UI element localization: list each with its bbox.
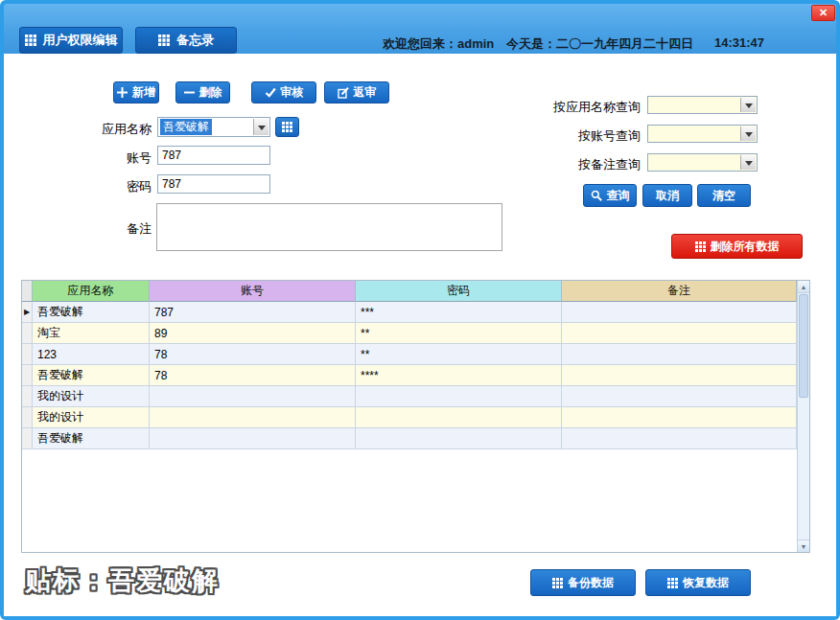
cell-password[interactable]: *** bbox=[356, 302, 562, 323]
scrollbar-thumb[interactable] bbox=[799, 294, 808, 398]
return-audit-button[interactable]: 返审 bbox=[324, 81, 389, 103]
chevron-down-icon[interactable] bbox=[253, 119, 268, 135]
cell-remarks[interactable] bbox=[562, 323, 797, 344]
cell-app-name[interactable]: 我的设计 bbox=[33, 407, 150, 428]
header-password[interactable]: 密码 bbox=[356, 281, 562, 302]
search-button[interactable]: 查询 bbox=[583, 184, 637, 207]
cell-account[interactable] bbox=[150, 386, 356, 407]
account-input[interactable] bbox=[157, 146, 270, 165]
cell-app-name[interactable]: 吾爱破解 bbox=[33, 428, 150, 449]
cell-password[interactable]: ** bbox=[356, 323, 562, 344]
cell-remarks[interactable] bbox=[562, 302, 797, 323]
password-input[interactable] bbox=[157, 174, 270, 194]
cell-remarks[interactable] bbox=[562, 344, 797, 365]
grid-icon bbox=[667, 578, 678, 588]
cancel-button[interactable]: 取消 bbox=[642, 184, 692, 207]
table-row[interactable]: 淘宝 89 ** bbox=[22, 323, 797, 344]
row-selector[interactable] bbox=[22, 365, 33, 386]
table-row[interactable]: 吾爱破解 bbox=[22, 428, 797, 449]
row-selector[interactable] bbox=[22, 386, 33, 407]
table-rows: ▶ 吾爱破解 787 *** 淘宝 89 ** 123 78 ** 吾爱破解 7… bbox=[22, 302, 797, 449]
app-window: 用户权限编辑 备忘录 欢迎您回来：admin 今天是：二〇一九年四月二十四日 1… bbox=[0, 0, 840, 620]
cell-password[interactable] bbox=[356, 407, 562, 428]
delete-all-button[interactable]: 删除所有数据 bbox=[671, 234, 803, 259]
scroll-up-icon[interactable]: ▲ bbox=[798, 281, 809, 293]
cell-account[interactable]: 787 bbox=[150, 302, 356, 323]
time-text: 14:31:47 bbox=[714, 35, 764, 50]
cell-account[interactable] bbox=[150, 428, 356, 449]
app-name-combobox[interactable]: 吾爱破解 bbox=[157, 117, 270, 137]
delete-button[interactable]: 删除 bbox=[175, 81, 230, 103]
remarks-label: 备注 bbox=[127, 220, 152, 238]
tab-memo[interactable]: 备忘录 bbox=[135, 27, 237, 54]
header-app-name[interactable]: 应用名称 bbox=[33, 281, 150, 302]
row-selector[interactable] bbox=[22, 323, 33, 344]
cell-app-name[interactable]: 我的设计 bbox=[33, 386, 150, 407]
chevron-down-icon[interactable] bbox=[740, 126, 756, 141]
delete-button-label: 删除 bbox=[199, 84, 222, 101]
table-row[interactable]: 我的设计 bbox=[22, 386, 797, 407]
row-selector[interactable] bbox=[22, 428, 33, 449]
header-account[interactable]: 账号 bbox=[150, 281, 356, 302]
chevron-down-icon[interactable] bbox=[740, 98, 756, 112]
cell-account[interactable]: 89 bbox=[150, 323, 356, 344]
cell-app-name[interactable]: 淘宝 bbox=[33, 323, 150, 344]
cell-password[interactable]: **** bbox=[356, 365, 562, 386]
query-by-remarks-combobox[interactable] bbox=[647, 153, 758, 172]
scroll-down-icon[interactable]: ▼ bbox=[798, 540, 809, 552]
audit-button[interactable]: 审核 bbox=[251, 81, 316, 103]
titlebar: 用户权限编辑 备忘录 欢迎您回来：admin 今天是：二〇一九年四月二十四日 1… bbox=[4, 4, 836, 54]
clear-button-label: 清空 bbox=[712, 188, 735, 204]
restore-button[interactable]: 恢复数据 bbox=[645, 569, 751, 596]
date-text: 今天是：二〇一九年四月二十四日 bbox=[506, 35, 693, 53]
cell-account[interactable]: 78 bbox=[150, 344, 356, 365]
cell-account[interactable]: 78 bbox=[150, 365, 356, 386]
query-by-account-combobox[interactable] bbox=[647, 125, 758, 143]
cell-remarks[interactable] bbox=[562, 428, 797, 449]
tab-user-permission[interactable]: 用户权限编辑 bbox=[19, 27, 123, 54]
cell-app-name[interactable]: 吾爱破解 bbox=[33, 302, 150, 323]
welcome-text: 欢迎您回来：admin bbox=[383, 35, 494, 53]
return-audit-button-label: 返审 bbox=[354, 84, 377, 101]
cell-password[interactable]: ** bbox=[356, 344, 562, 365]
table-row[interactable]: 我的设计 bbox=[22, 407, 797, 428]
table-row[interactable]: 吾爱破解 78 **** bbox=[22, 365, 797, 386]
backup-button-label: 备份数据 bbox=[568, 575, 614, 591]
query-by-app-value bbox=[650, 98, 739, 112]
table-header: 应用名称 账号 密码 备注 bbox=[22, 281, 797, 302]
remarks-textarea[interactable] bbox=[156, 203, 502, 251]
cancel-button-label: 取消 bbox=[656, 188, 679, 204]
add-button[interactable]: 新增 bbox=[113, 81, 159, 103]
cell-account[interactable] bbox=[150, 407, 356, 428]
row-selector[interactable] bbox=[22, 407, 33, 428]
delete-all-button-label: 删除所有数据 bbox=[711, 239, 780, 255]
header-remarks[interactable]: 备注 bbox=[562, 281, 797, 302]
grid-icon bbox=[282, 122, 292, 132]
cell-remarks[interactable] bbox=[562, 365, 797, 386]
cell-remarks[interactable] bbox=[562, 407, 797, 428]
table-row[interactable]: ▶ 吾爱破解 787 *** bbox=[22, 302, 797, 323]
grid-icon bbox=[552, 578, 563, 588]
table-row[interactable]: 123 78 ** bbox=[22, 344, 797, 365]
row-selector[interactable]: ▶ bbox=[22, 302, 33, 323]
check-icon bbox=[265, 87, 276, 98]
app-name-label: 应用名称 bbox=[102, 121, 152, 138]
chevron-down-icon[interactable] bbox=[740, 155, 756, 170]
edit-note-icon bbox=[338, 87, 349, 99]
grid-icon bbox=[695, 241, 706, 252]
row-selector[interactable] bbox=[22, 344, 33, 365]
table-vscrollbar[interactable]: ▲ ▼ bbox=[797, 281, 809, 552]
close-button[interactable]: ✕ bbox=[811, 5, 835, 21]
backup-button[interactable]: 备份数据 bbox=[530, 569, 636, 596]
plus-icon bbox=[117, 87, 128, 98]
cell-password[interactable] bbox=[356, 386, 562, 407]
cell-app-name[interactable]: 吾爱破解 bbox=[33, 365, 150, 386]
query-by-app-combobox[interactable] bbox=[647, 96, 758, 114]
app-name-grid-button[interactable] bbox=[275, 117, 299, 137]
query-by-remarks-value bbox=[650, 155, 739, 170]
cell-remarks[interactable] bbox=[562, 386, 797, 407]
cell-app-name[interactable]: 123 bbox=[33, 344, 150, 365]
cell-password[interactable] bbox=[356, 428, 562, 449]
search-icon bbox=[591, 190, 602, 201]
clear-button[interactable]: 清空 bbox=[697, 184, 751, 207]
